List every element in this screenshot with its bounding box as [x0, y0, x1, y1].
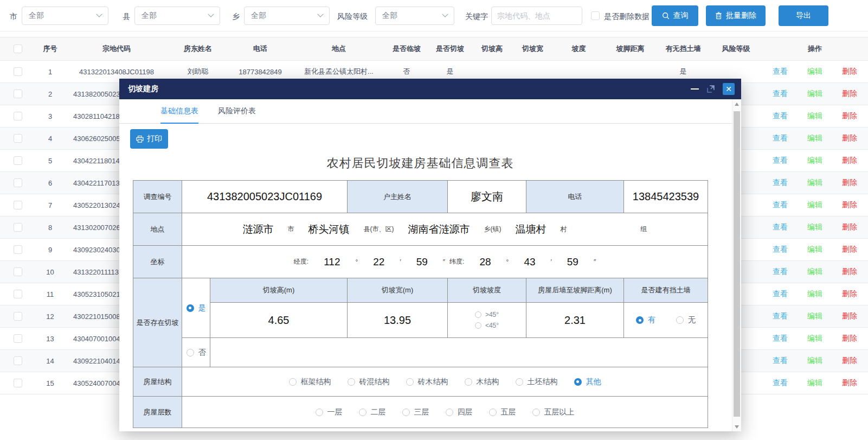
- wall-yes-radio[interactable]: 有: [636, 315, 655, 325]
- row-checkbox[interactable]: [14, 90, 22, 98]
- edit-link[interactable]: 编辑: [807, 245, 822, 254]
- view-link[interactable]: 查看: [773, 89, 788, 99]
- row-checkbox[interactable]: [14, 156, 22, 165]
- view-link[interactable]: 查看: [773, 378, 788, 388]
- edit-link[interactable]: 编辑: [807, 67, 822, 76]
- edit-link[interactable]: 编辑: [807, 311, 822, 321]
- delete-link[interactable]: 删除: [842, 89, 857, 99]
- city-select[interactable]: 全部: [22, 7, 108, 25]
- view-link[interactable]: 查看: [773, 222, 788, 232]
- edit-link[interactable]: 编辑: [807, 133, 822, 143]
- edit-link[interactable]: 编辑: [807, 289, 822, 299]
- delete-link[interactable]: 删除: [842, 200, 857, 210]
- view-link[interactable]: 查看: [773, 356, 788, 366]
- angle-lt45-radio[interactable]: <45°: [475, 322, 499, 329]
- scroll-up-arrow[interactable]: [732, 99, 741, 109]
- row-checkbox[interactable]: [14, 223, 22, 232]
- row-checkbox[interactable]: [14, 312, 22, 321]
- edit-link[interactable]: 编辑: [807, 378, 822, 388]
- tab-basic-info[interactable]: 基础信息表: [160, 99, 198, 123]
- view-link[interactable]: 查看: [773, 334, 788, 343]
- close-icon[interactable]: ✕: [723, 83, 735, 95]
- minimize-icon[interactable]: [691, 88, 699, 90]
- row-checkbox[interactable]: [14, 379, 22, 387]
- view-link[interactable]: 查看: [773, 133, 788, 143]
- export-button[interactable]: 导出: [779, 5, 828, 26]
- row-checkbox[interactable]: [14, 67, 22, 76]
- edit-link[interactable]: 编辑: [807, 222, 822, 232]
- row-checkbox[interactable]: [14, 356, 22, 365]
- floors-5plus-radio[interactable]: 五层以上: [532, 407, 575, 417]
- floors-3-radio[interactable]: 三层: [402, 407, 429, 417]
- row-checkbox[interactable]: [14, 245, 22, 254]
- query-button[interactable]: 查询: [652, 5, 698, 26]
- row-checkbox[interactable]: [14, 178, 22, 187]
- row-checkbox[interactable]: [14, 267, 22, 276]
- cut-slope-no-radio[interactable]: 否: [187, 348, 206, 358]
- modal-titlebar[interactable]: 切坡建房 ✕: [119, 79, 741, 99]
- view-link[interactable]: 查看: [773, 200, 788, 210]
- angle-gt45-radio[interactable]: >45°: [475, 311, 499, 318]
- delete-link[interactable]: 删除: [842, 378, 857, 388]
- delete-link[interactable]: 删除: [842, 178, 857, 188]
- edit-link[interactable]: 编辑: [807, 200, 822, 210]
- structure-frame-radio[interactable]: 框架结构: [289, 377, 331, 387]
- row-checkbox[interactable]: [14, 112, 22, 120]
- delete-data-checkbox[interactable]: [591, 11, 600, 20]
- delete-link[interactable]: 删除: [842, 245, 857, 254]
- delete-link[interactable]: 删除: [842, 334, 857, 343]
- row-checkbox[interactable]: [14, 334, 22, 343]
- cut-slope-yes-radio[interactable]: 是: [187, 303, 206, 313]
- wall-no-radio[interactable]: 无: [676, 315, 696, 325]
- print-button[interactable]: 打印: [130, 129, 168, 149]
- view-link[interactable]: 查看: [773, 267, 788, 277]
- select-all-checkbox[interactable]: [14, 44, 22, 53]
- view-link[interactable]: 查看: [773, 178, 788, 188]
- delete-link[interactable]: 删除: [842, 156, 857, 165]
- delete-link[interactable]: 删除: [842, 289, 857, 299]
- view-link[interactable]: 查看: [773, 67, 788, 76]
- structure-brick-wood-radio[interactable]: 砖木结构: [406, 377, 448, 387]
- radio-icon: [359, 409, 367, 416]
- floors-4-radio[interactable]: 四层: [446, 407, 473, 417]
- scrollbar-thumb[interactable]: [734, 111, 740, 417]
- edit-link[interactable]: 编辑: [807, 178, 822, 188]
- scroll-down-arrow[interactable]: [732, 422, 741, 431]
- row-checkbox[interactable]: [14, 134, 22, 143]
- edit-link[interactable]: 编辑: [807, 267, 822, 277]
- edit-link[interactable]: 编辑: [807, 334, 822, 343]
- delete-link[interactable]: 删除: [842, 267, 857, 277]
- edit-link[interactable]: 编辑: [807, 89, 822, 99]
- view-link[interactable]: 查看: [773, 311, 788, 321]
- structure-brick-concrete-radio[interactable]: 砖混结构: [348, 377, 390, 387]
- batch-delete-button[interactable]: 批量删除: [706, 5, 766, 26]
- county-select[interactable]: 全部: [134, 7, 220, 25]
- delete-link[interactable]: 删除: [842, 222, 857, 232]
- view-link[interactable]: 查看: [773, 111, 788, 121]
- delete-link[interactable]: 删除: [842, 133, 857, 143]
- delete-link[interactable]: 删除: [842, 67, 857, 76]
- row-checkbox[interactable]: [14, 201, 22, 209]
- floors-5-radio[interactable]: 五层: [489, 407, 516, 417]
- structure-other-radio[interactable]: 其他: [574, 377, 601, 387]
- edit-link[interactable]: 编辑: [807, 356, 822, 366]
- delete-link[interactable]: 删除: [842, 311, 857, 321]
- floors-2-radio[interactable]: 二层: [359, 407, 386, 417]
- township-select[interactable]: 全部: [244, 7, 330, 25]
- structure-adobe-radio[interactable]: 土坯结构: [516, 377, 558, 387]
- view-link[interactable]: 查看: [773, 289, 788, 299]
- structure-wood-radio[interactable]: 木结构: [465, 377, 499, 387]
- view-link[interactable]: 查看: [773, 156, 788, 165]
- row-checkbox[interactable]: [14, 290, 22, 298]
- edit-link[interactable]: 编辑: [807, 156, 822, 165]
- maximize-icon[interactable]: [706, 85, 715, 93]
- delete-link[interactable]: 删除: [842, 356, 857, 366]
- keyword-input[interactable]: [491, 7, 582, 25]
- tab-risk-evaluation[interactable]: 风险评价表: [218, 99, 256, 123]
- view-link[interactable]: 查看: [773, 245, 788, 254]
- modal-scrollbar[interactable]: [732, 99, 741, 431]
- delete-link[interactable]: 删除: [842, 111, 857, 121]
- floors-1-radio[interactable]: 一层: [316, 407, 343, 417]
- edit-link[interactable]: 编辑: [807, 111, 822, 121]
- risk-level-select[interactable]: 全部: [375, 7, 454, 25]
